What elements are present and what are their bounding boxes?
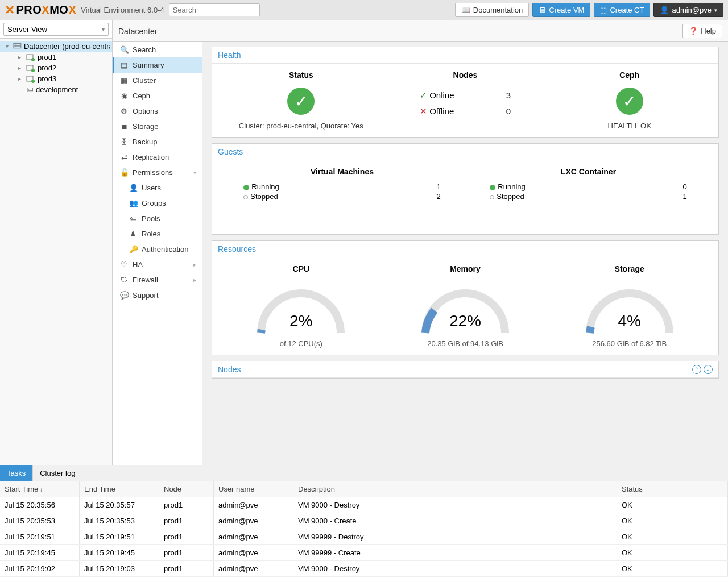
tree-node-prod3[interactable]: ▸ prod3: [16, 73, 112, 84]
documentation-button[interactable]: 📖 Documentation: [455, 3, 529, 17]
user-menu-button[interactable]: 👤 admin@pve ▾: [653, 3, 723, 17]
help-label: Help: [701, 27, 716, 35]
tree-view-selector[interactable]: Server View ▾: [0, 20, 112, 39]
cell-user: admin@pve: [214, 513, 293, 529]
global-search[interactable]: [169, 3, 260, 16]
menu-backup[interactable]: 🗄Backup: [113, 134, 202, 149]
lock-icon: 🔓: [120, 168, 128, 177]
task-row[interactable]: Jul 15 20:19:02Jul 15 20:19:03prod1admin…: [0, 561, 728, 577]
dashboard[interactable]: Health Status ✓ Cluster: prod-eu-central…: [202, 42, 728, 465]
guests-panel: Guests Virtual Machines Running1 Stopped…: [212, 143, 719, 235]
svg-point-7: [31, 69, 35, 72]
menu-label: Roles: [142, 230, 160, 238]
grid-body[interactable]: Jul 15 20:35:56Jul 15 20:35:57prod1admin…: [0, 497, 728, 582]
menu-search[interactable]: 🔍Search: [113, 42, 202, 57]
cell-end: Jul 15 20:19:51: [80, 529, 159, 544]
main: Server View ▾ ▾ Datacenter (prod-eu-cent…: [0, 20, 728, 465]
search-input[interactable]: [169, 3, 260, 16]
task-row[interactable]: Jul 15 20:35:53Jul 15 20:35:53prod1admin…: [0, 513, 728, 529]
menu-firewall[interactable]: 🛡Firewall▸: [113, 272, 202, 288]
menu-label: Pools: [142, 214, 160, 223]
menu-options[interactable]: ⚙Options: [113, 103, 202, 119]
menu-pools[interactable]: 🏷Pools: [122, 211, 202, 226]
expand-icon[interactable]: ▸: [18, 65, 24, 71]
cell-status: OK: [617, 561, 728, 576]
cpu-heading: CPU: [219, 264, 383, 273]
menu-support[interactable]: 💬Support: [113, 288, 202, 303]
menu-label: Replication: [133, 153, 169, 161]
content-body: 🔍Search ▤Summary ▦Cluster ◉Ceph ⚙Options…: [113, 42, 728, 465]
create-vm-button[interactable]: 🖥 Create VM: [532, 3, 590, 17]
task-row[interactable]: Jul 15 20:19:45Jul 15 20:19:45prod1admin…: [0, 545, 728, 561]
create-ct-button[interactable]: ⬚ Create CT: [594, 3, 650, 17]
content: Datacenter ❓ Help 🔍Search ▤Summary ▦Clus…: [113, 20, 728, 465]
menu-storage[interactable]: ≣Storage: [113, 119, 202, 134]
col-end-time[interactable]: End Time: [80, 481, 159, 497]
user-icon: 👤: [129, 184, 137, 192]
cell-start: Jul 15 20:35:56: [0, 497, 80, 513]
menu-cluster[interactable]: ▦Cluster: [113, 73, 202, 88]
menu-groups[interactable]: 👥Groups: [122, 196, 202, 211]
ceph-heading: Ceph: [547, 70, 712, 80]
expand-icon[interactable]: ▸: [18, 76, 24, 82]
cell-start: Jul 15 20:19:02: [0, 561, 80, 576]
menu-permissions[interactable]: 🔓Permissions▾: [113, 165, 202, 180]
menu-ha[interactable]: ♡HA▸: [113, 257, 202, 272]
tree-panel: Server View ▾ ▾ Datacenter (prod-eu-cent…: [0, 20, 113, 465]
running-label: Running: [498, 182, 525, 191]
tab-cluster-log[interactable]: Cluster log: [33, 465, 82, 481]
col-description[interactable]: Description: [293, 481, 617, 497]
task-row[interactable]: Jul 15 20:19:51Jul 15 20:19:51prod1admin…: [0, 529, 728, 545]
user-icon: 👤: [660, 6, 669, 14]
create-ct-label: Create CT: [610, 6, 644, 14]
menu-summary[interactable]: ▤Summary: [113, 57, 202, 73]
expand-icon[interactable]: ▾: [6, 43, 11, 49]
server-icon: [26, 64, 35, 72]
col-user[interactable]: User name: [214, 481, 293, 497]
health-nodes: Nodes ✓ Online3 ✕ Offline0: [383, 70, 548, 130]
stopped-dot-icon: [490, 195, 494, 199]
help-button[interactable]: ❓ Help: [682, 24, 722, 38]
tree-node-label: prod1: [38, 53, 56, 61]
tag-icon: 🏷: [129, 214, 137, 223]
lxc-stopped-count: 1: [682, 192, 686, 201]
svg-point-9: [31, 80, 35, 83]
menu-authentication[interactable]: 🔑Authentication: [122, 242, 202, 257]
menu-label: Users: [142, 184, 161, 192]
down-icon[interactable]: ⌄: [704, 365, 713, 374]
health-panel: Health Status ✓ Cluster: prod-eu-central…: [212, 47, 719, 138]
menu-label: Authentication: [142, 245, 188, 253]
menu-replication[interactable]: ⇄Replication: [113, 149, 202, 165]
check-icon: ✓: [616, 88, 643, 115]
tab-tasks[interactable]: Tasks: [0, 465, 33, 481]
gear-icon: ⚙: [120, 107, 128, 115]
cell-node: prod1: [159, 529, 214, 544]
menu-roles[interactable]: ♟Roles: [122, 226, 202, 242]
tree-view-label: Server View: [7, 25, 47, 34]
topbar: ✕ PROXMOX Virtual Environment 6.0-4 📖 Do…: [0, 0, 728, 20]
cell-user: admin@pve: [214, 545, 293, 560]
shield-icon: 🛡: [120, 276, 128, 284]
tree-nodes: ▸ prod1 ▸ prod2 ▸ prod3 🏷 devel: [0, 52, 112, 95]
cell-start: Jul 15 20:19:45: [0, 545, 80, 560]
up-icon[interactable]: ⌃: [692, 365, 701, 374]
cell-node: prod1: [159, 545, 214, 560]
task-row[interactable]: Jul 15 20:35:56Jul 15 20:35:57prod1admin…: [0, 497, 728, 513]
storage-heading: Storage: [547, 264, 712, 273]
memory-percent: 22%: [414, 312, 516, 330]
tree-datacenter[interactable]: ▾ Datacenter (prod-eu-central): [0, 41, 112, 52]
svg-point-5: [31, 58, 35, 61]
menu-users[interactable]: 👤Users: [122, 180, 202, 196]
cell-node: prod1: [159, 513, 214, 529]
cluster-icon: ▦: [120, 76, 128, 85]
col-start-time[interactable]: Start Time↓: [0, 481, 80, 497]
svg-point-2: [15, 44, 15, 44]
tree-node-prod2[interactable]: ▸ prod2: [16, 63, 112, 73]
storage-gauge: 4%: [578, 279, 681, 336]
tree-pool-development[interactable]: 🏷 development: [16, 84, 112, 95]
expand-icon[interactable]: ▸: [18, 54, 24, 60]
col-node[interactable]: Node: [159, 481, 214, 497]
menu-ceph[interactable]: ◉Ceph: [113, 88, 202, 103]
col-status[interactable]: Status: [617, 481, 728, 497]
tree-node-prod1[interactable]: ▸ prod1: [16, 52, 112, 63]
